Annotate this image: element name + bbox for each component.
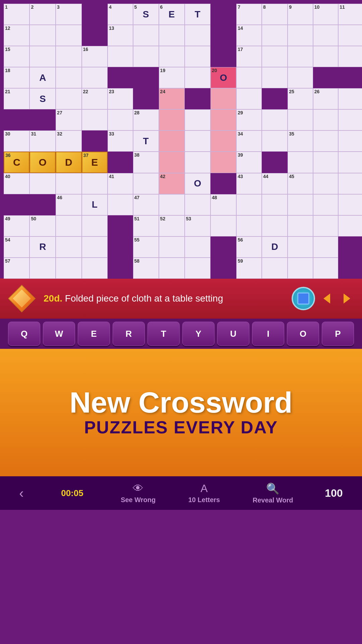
grid-cell[interactable]: 57 [4, 258, 29, 279]
key-t[interactable]: T [147, 322, 180, 346]
grid-cell[interactable]: 40 [4, 173, 29, 194]
grid-cell[interactable]: T [133, 130, 159, 152]
grid-cell[interactable]: 7 [236, 4, 262, 25]
grid-cell[interactable] [288, 215, 313, 236]
grid-cell[interactable] [288, 25, 313, 46]
grid-cell[interactable] [262, 215, 288, 236]
grid-cell[interactable] [29, 46, 56, 67]
grid-cell[interactable] [236, 88, 262, 109]
grid-cell[interactable] [159, 25, 185, 46]
key-r[interactable]: R [113, 322, 145, 346]
grid-cell[interactable]: O [185, 173, 210, 194]
grid-cell[interactable] [338, 130, 362, 152]
key-e[interactable]: E [78, 322, 110, 346]
grid-cell[interactable]: 3 [56, 4, 81, 25]
grid-cell[interactable] [262, 67, 288, 88]
grid-cell[interactable] [288, 236, 313, 258]
grid-cell[interactable] [159, 109, 185, 130]
grid-cell[interactable]: 51 [133, 215, 159, 236]
grid-cell[interactable] [338, 152, 362, 173]
grid-cell[interactable]: 33 [108, 130, 133, 152]
grid-cell[interactable] [159, 130, 185, 152]
grid-cell[interactable] [338, 46, 362, 67]
grid-cell[interactable] [210, 88, 236, 109]
grid-cell[interactable] [313, 236, 339, 258]
grid-cell[interactable]: 45 [288, 173, 313, 194]
grid-cell[interactable] [56, 25, 81, 46]
grid-cell[interactable] [262, 130, 288, 152]
grid-cell[interactable]: 48 [210, 194, 236, 215]
grid-cell[interactable] [313, 25, 339, 46]
grid-cell[interactable] [338, 215, 362, 236]
grid-cell[interactable] [338, 25, 362, 46]
grid-cell[interactable] [56, 258, 81, 279]
grid-cell[interactable] [236, 194, 262, 215]
grid-cell[interactable] [185, 130, 210, 152]
grid-cell[interactable]: 59 [236, 258, 262, 279]
grid-cell[interactable]: 10 [313, 4, 339, 25]
grid-cell[interactable] [29, 258, 56, 279]
see-wrong-button[interactable]: 👁 See Wrong [121, 482, 156, 504]
grid-cell[interactable]: L [82, 194, 108, 215]
grid-cell[interactable] [262, 109, 288, 130]
grid-cell[interactable] [108, 109, 133, 130]
grid-cell[interactable]: 58 [133, 258, 159, 279]
grid-cell[interactable]: 28 [133, 109, 159, 130]
grid-cell[interactable] [288, 67, 313, 88]
grid-cell[interactable]: 54 [4, 236, 29, 258]
grid-cell[interactable] [262, 194, 288, 215]
grid-cell[interactable] [210, 215, 236, 236]
key-o[interactable]: O [287, 322, 319, 346]
grid-cell[interactable]: 22 [82, 88, 108, 109]
grid-cell[interactable]: 41 [108, 173, 133, 194]
grid-cell[interactable]: 49 [4, 215, 29, 236]
grid-cell[interactable] [108, 194, 133, 215]
grid-cell[interactable] [338, 109, 362, 130]
grid-cell[interactable]: 36C [4, 152, 29, 173]
grid-cell[interactable] [82, 173, 108, 194]
grid-cell[interactable] [29, 173, 56, 194]
grid-cell[interactable] [82, 258, 108, 279]
grid-cell[interactable] [159, 194, 185, 215]
grid-cell[interactable]: 23 [108, 88, 133, 109]
key-u[interactable]: U [217, 322, 249, 346]
grid-cell[interactable] [133, 173, 159, 194]
grid-cell[interactable] [82, 215, 108, 236]
grid-cell[interactable] [313, 152, 339, 173]
grid-cell[interactable]: 5S [133, 4, 159, 25]
grid-cell[interactable] [82, 109, 108, 130]
grid-cell[interactable]: 4 [108, 4, 133, 25]
grid-cell[interactable]: 24 [159, 88, 185, 109]
grid-cell[interactable]: 21 [4, 88, 29, 109]
grid-cell[interactable] [210, 130, 236, 152]
grid-cell[interactable] [159, 236, 185, 258]
grid-cell[interactable] [338, 173, 362, 194]
grid-cell[interactable] [185, 67, 210, 88]
reveal-word-button[interactable]: 🔍 Reveal Word [253, 482, 293, 504]
grid-cell[interactable]: 39 [236, 152, 262, 173]
letters-button[interactable]: A 10 Letters [187, 482, 221, 504]
grid-cell[interactable]: 12 [4, 25, 29, 46]
grid-cell[interactable]: 27 [56, 109, 81, 130]
grid-cell[interactable] [288, 258, 313, 279]
next-clue-button[interactable] [339, 290, 355, 307]
grid-cell[interactable]: 37E [82, 152, 108, 173]
grid-cell[interactable]: 46 [56, 194, 81, 215]
grid-cell[interactable]: S [29, 88, 56, 109]
grid-cell[interactable] [185, 46, 210, 67]
grid-cell[interactable] [185, 258, 210, 279]
grid-cell[interactable]: 6E [159, 4, 185, 25]
grid-cell[interactable]: 16 [82, 46, 108, 67]
grid-cell[interactable] [133, 46, 159, 67]
grid-cell[interactable]: 9 [288, 4, 313, 25]
grid-cell[interactable]: 11 [338, 4, 362, 25]
grid-cell[interactable]: 43 [236, 173, 262, 194]
grid-cell[interactable] [185, 152, 210, 173]
grid-cell[interactable]: 13 [108, 25, 133, 46]
back-button[interactable]: ‹ [19, 486, 23, 501]
grid-cell[interactable] [82, 67, 108, 88]
grid-cell[interactable] [313, 130, 339, 152]
grid-cell[interactable] [288, 46, 313, 67]
grid-cell[interactable] [185, 236, 210, 258]
key-q[interactable]: Q [8, 322, 40, 346]
